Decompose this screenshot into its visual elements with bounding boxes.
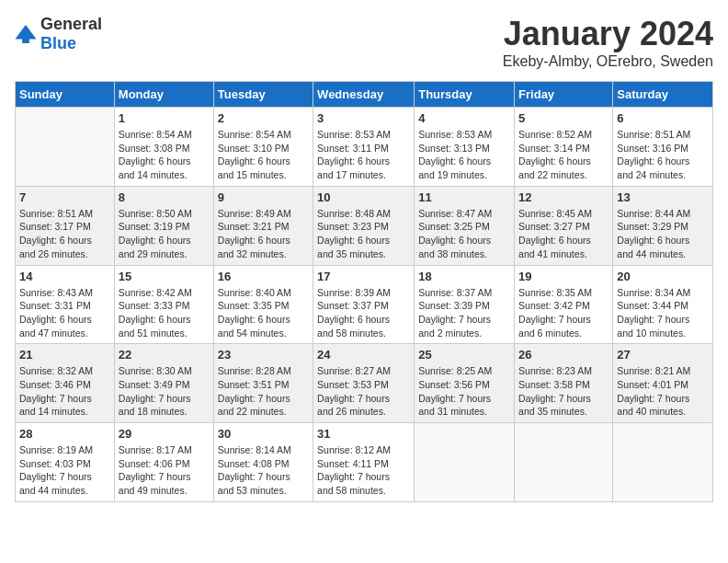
day-number: 9 — [218, 190, 309, 204]
day-number: 4 — [418, 111, 510, 125]
calendar-cell: 16Sunrise: 8:40 AMSunset: 3:35 PMDayligh… — [213, 265, 313, 344]
day-info: Sunrise: 8:12 AMSunset: 4:11 PMDaylight:… — [317, 443, 410, 498]
day-number: 31 — [317, 427, 410, 441]
day-number: 7 — [19, 190, 110, 204]
calendar-cell — [16, 108, 115, 187]
weekday-header-friday: Friday — [515, 82, 613, 108]
calendar-week-row: 21Sunrise: 8:32 AMSunset: 3:46 PMDayligh… — [16, 344, 713, 423]
day-info: Sunrise: 8:50 AMSunset: 3:19 PMDaylight:… — [119, 207, 210, 261]
day-info: Sunrise: 8:49 AMSunset: 3:21 PMDaylight:… — [218, 207, 309, 261]
day-number: 10 — [317, 190, 410, 204]
logo-text: General Blue — [40, 15, 102, 53]
day-number: 17 — [317, 270, 410, 283]
day-info: Sunrise: 8:53 AMSunset: 3:13 PMDaylight:… — [418, 128, 510, 182]
calendar-cell: 14Sunrise: 8:43 AMSunset: 3:31 PMDayligh… — [16, 265, 115, 344]
calendar-cell: 18Sunrise: 8:37 AMSunset: 3:39 PMDayligh… — [415, 265, 515, 344]
calendar-cell: 28Sunrise: 8:19 AMSunset: 4:03 PMDayligh… — [16, 423, 115, 502]
day-number: 30 — [218, 427, 309, 441]
weekday-header-monday: Monday — [114, 82, 213, 108]
day-info: Sunrise: 8:25 AMSunset: 3:56 PMDaylight:… — [418, 364, 510, 419]
day-number: 5 — [518, 111, 609, 125]
day-info: Sunrise: 8:54 AMSunset: 3:10 PMDaylight:… — [218, 128, 309, 182]
logo-blue: Blue — [40, 34, 76, 52]
day-number: 24 — [317, 348, 410, 362]
day-info: Sunrise: 8:19 AMSunset: 4:03 PMDaylight:… — [19, 443, 110, 498]
calendar-cell: 2Sunrise: 8:54 AMSunset: 3:10 PMDaylight… — [213, 108, 313, 187]
day-info: Sunrise: 8:48 AMSunset: 3:23 PMDaylight:… — [317, 207, 410, 261]
day-info: Sunrise: 8:27 AMSunset: 3:53 PMDaylight:… — [317, 364, 410, 419]
day-number: 8 — [119, 190, 210, 204]
location-title: Ekeby-Almby, OErebro, Sweden — [503, 53, 713, 70]
calendar-cell: 19Sunrise: 8:35 AMSunset: 3:42 PMDayligh… — [515, 265, 613, 344]
page-header: General Blue January 2024 Ekeby-Almby, O… — [15, 15, 713, 70]
day-number: 15 — [119, 270, 210, 283]
day-number: 19 — [518, 270, 609, 283]
day-number: 20 — [617, 270, 709, 283]
day-info: Sunrise: 8:43 AMSunset: 3:31 PMDaylight:… — [19, 286, 110, 340]
weekday-header-row: SundayMondayTuesdayWednesdayThursdayFrid… — [16, 82, 713, 108]
day-number: 21 — [19, 348, 110, 362]
calendar-table: SundayMondayTuesdayWednesdayThursdayFrid… — [15, 81, 713, 502]
calendar-cell: 27Sunrise: 8:21 AMSunset: 4:01 PMDayligh… — [613, 344, 713, 423]
weekday-header-tuesday: Tuesday — [213, 82, 313, 108]
day-number: 16 — [218, 270, 309, 283]
calendar-cell: 4Sunrise: 8:53 AMSunset: 3:13 PMDaylight… — [415, 108, 515, 187]
day-info: Sunrise: 8:39 AMSunset: 3:37 PMDaylight:… — [317, 286, 410, 340]
weekday-header-saturday: Saturday — [613, 82, 713, 108]
weekday-header-thursday: Thursday — [415, 82, 515, 108]
day-info: Sunrise: 8:40 AMSunset: 3:35 PMDaylight:… — [218, 286, 309, 340]
calendar-cell — [613, 423, 713, 502]
calendar-cell: 8Sunrise: 8:50 AMSunset: 3:19 PMDaylight… — [114, 186, 213, 265]
day-number: 2 — [218, 111, 309, 125]
day-info: Sunrise: 8:51 AMSunset: 3:17 PMDaylight:… — [19, 207, 110, 261]
calendar-week-row: 1Sunrise: 8:54 AMSunset: 3:08 PMDaylight… — [16, 108, 713, 187]
day-number: 1 — [119, 111, 210, 125]
calendar-cell: 15Sunrise: 8:42 AMSunset: 3:33 PMDayligh… — [114, 265, 213, 344]
calendar-cell — [515, 423, 613, 502]
day-info: Sunrise: 8:47 AMSunset: 3:25 PMDaylight:… — [418, 207, 510, 261]
calendar-cell: 12Sunrise: 8:45 AMSunset: 3:27 PMDayligh… — [515, 186, 613, 265]
day-info: Sunrise: 8:35 AMSunset: 3:42 PMDaylight:… — [518, 286, 609, 340]
day-number: 12 — [518, 190, 609, 204]
day-info: Sunrise: 8:32 AMSunset: 3:46 PMDaylight:… — [19, 364, 110, 419]
calendar-cell: 7Sunrise: 8:51 AMSunset: 3:17 PMDaylight… — [16, 186, 115, 265]
day-number: 18 — [418, 270, 510, 283]
day-number: 23 — [218, 348, 309, 362]
calendar-cell: 31Sunrise: 8:12 AMSunset: 4:11 PMDayligh… — [313, 423, 415, 502]
day-info: Sunrise: 8:14 AMSunset: 4:08 PMDaylight:… — [218, 443, 309, 498]
day-number: 14 — [19, 270, 110, 283]
day-number: 29 — [119, 427, 210, 441]
calendar-cell: 23Sunrise: 8:28 AMSunset: 3:51 PMDayligh… — [213, 344, 313, 423]
calendar-cell: 1Sunrise: 8:54 AMSunset: 3:08 PMDaylight… — [114, 108, 213, 187]
weekday-header-wednesday: Wednesday — [313, 82, 415, 108]
calendar-cell: 17Sunrise: 8:39 AMSunset: 3:37 PMDayligh… — [313, 265, 415, 344]
day-number: 6 — [617, 111, 709, 125]
day-number: 27 — [617, 348, 709, 362]
day-info: Sunrise: 8:28 AMSunset: 3:51 PMDaylight:… — [218, 364, 309, 419]
calendar-cell: 26Sunrise: 8:23 AMSunset: 3:58 PMDayligh… — [515, 344, 613, 423]
day-info: Sunrise: 8:52 AMSunset: 3:14 PMDaylight:… — [518, 128, 609, 182]
logo: General Blue — [15, 15, 102, 53]
day-info: Sunrise: 8:44 AMSunset: 3:29 PMDaylight:… — [617, 207, 709, 261]
calendar-cell: 29Sunrise: 8:17 AMSunset: 4:06 PMDayligh… — [114, 423, 213, 502]
calendar-week-row: 14Sunrise: 8:43 AMSunset: 3:31 PMDayligh… — [16, 265, 713, 344]
title-block: January 2024 Ekeby-Almby, OErebro, Swede… — [503, 15, 713, 70]
weekday-header-sunday: Sunday — [16, 82, 115, 108]
logo-icon — [15, 25, 37, 43]
calendar-cell: 21Sunrise: 8:32 AMSunset: 3:46 PMDayligh… — [16, 344, 115, 423]
calendar-cell: 13Sunrise: 8:44 AMSunset: 3:29 PMDayligh… — [613, 186, 713, 265]
calendar-cell: 20Sunrise: 8:34 AMSunset: 3:44 PMDayligh… — [613, 265, 713, 344]
day-info: Sunrise: 8:34 AMSunset: 3:44 PMDaylight:… — [617, 286, 709, 340]
day-number: 26 — [518, 348, 609, 362]
day-number: 13 — [617, 190, 709, 204]
month-title: January 2024 — [503, 15, 713, 53]
day-info: Sunrise: 8:51 AMSunset: 3:16 PMDaylight:… — [617, 128, 709, 182]
calendar-week-row: 28Sunrise: 8:19 AMSunset: 4:03 PMDayligh… — [16, 423, 713, 502]
day-info: Sunrise: 8:21 AMSunset: 4:01 PMDaylight:… — [617, 364, 709, 419]
day-number: 3 — [317, 111, 410, 125]
calendar-cell: 24Sunrise: 8:27 AMSunset: 3:53 PMDayligh… — [313, 344, 415, 423]
calendar-cell — [415, 423, 515, 502]
day-info: Sunrise: 8:37 AMSunset: 3:39 PMDaylight:… — [418, 286, 510, 340]
day-number: 28 — [19, 427, 110, 441]
calendar-cell: 30Sunrise: 8:14 AMSunset: 4:08 PMDayligh… — [213, 423, 313, 502]
